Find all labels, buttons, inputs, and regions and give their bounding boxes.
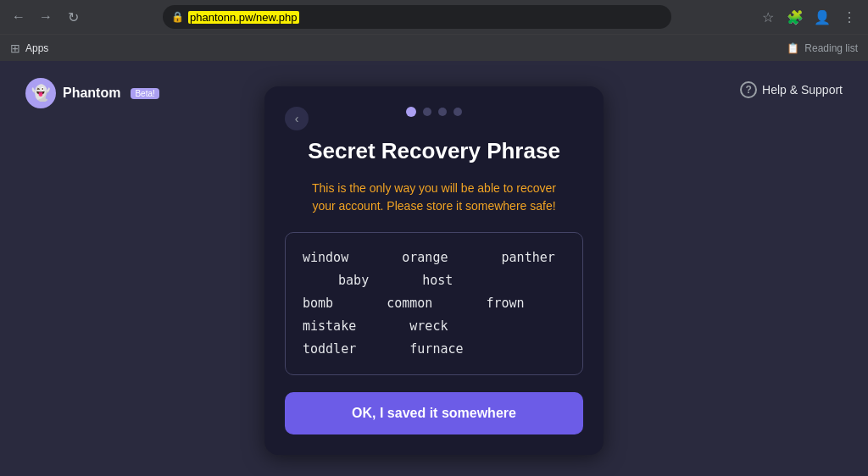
url-text: phantonn.pw/new.php	[188, 11, 663, 24]
step-dot-1	[406, 107, 416, 117]
help-icon: ?	[740, 81, 757, 98]
beta-badge: Beta!	[131, 88, 159, 99]
help-support-label: Help & Support	[762, 83, 843, 97]
reading-list-label: Reading list	[804, 42, 858, 54]
help-support-button[interactable]: ? Help & Support	[740, 81, 843, 98]
warning-text: This is the only way you will be able to…	[285, 180, 583, 215]
page-content: 👻 Phantom Beta! ? Help & Support ‹ Secre…	[0, 61, 868, 476]
bookmarks-bar: ⊞ Apps 📋 Reading list	[0, 34, 868, 61]
stepper	[285, 107, 583, 117]
lock-icon: 🔒	[171, 11, 183, 23]
url-highlight: phantonn.pw/new.php	[188, 11, 299, 24]
reload-button[interactable]: ↻	[61, 5, 85, 29]
card-title: Secret Recovery Phrase	[285, 137, 583, 166]
menu-icon-button[interactable]: ⋮	[837, 5, 861, 29]
step-dot-4	[453, 108, 462, 116]
star-icon-button[interactable]: ☆	[756, 5, 780, 29]
card-back-button[interactable]: ‹	[285, 107, 309, 130]
step-dot-3	[438, 108, 447, 116]
apps-item[interactable]: ⊞ Apps	[10, 42, 48, 55]
phantom-name: Phantom	[63, 86, 120, 101]
extensions-icon-button[interactable]: 🧩	[783, 5, 807, 29]
ok-saved-button[interactable]: OK, I saved it somewhere	[285, 392, 583, 434]
phrase-text: window orange panther baby host bomb com…	[303, 246, 565, 361]
step-dot-2	[423, 108, 431, 116]
address-bar[interactable]: 🔒 phantonn.pw/new.php	[163, 5, 671, 29]
profile-icon-button[interactable]: 👤	[810, 5, 834, 29]
nav-buttons: ← → ↻	[7, 5, 85, 29]
logo-area: 👻 Phantom Beta!	[25, 78, 159, 108]
browser-toolbar: ← → ↻ 🔒 phantonn.pw/new.php ☆ 🧩 👤 ⋮	[0, 0, 868, 34]
apps-label: Apps	[25, 42, 48, 54]
forward-nav-button[interactable]: →	[34, 5, 58, 29]
reading-list-icon: 📋	[787, 42, 799, 54]
main-card: ‹ Secret Recovery Phrase This is the onl…	[264, 86, 604, 455]
toolbar-icons: ☆ 🧩 👤 ⋮	[756, 5, 861, 29]
browser-chrome: ← → ↻ 🔒 phantonn.pw/new.php ☆ 🧩 👤 ⋮ ⊞ Ap…	[0, 0, 868, 61]
back-nav-button[interactable]: ←	[7, 5, 31, 29]
phantom-logo-icon: 👻	[25, 78, 56, 108]
phrase-box: window orange panther baby host bomb com…	[285, 232, 583, 375]
reading-list[interactable]: 📋 Reading list	[787, 42, 858, 54]
apps-grid-icon: ⊞	[10, 42, 20, 55]
